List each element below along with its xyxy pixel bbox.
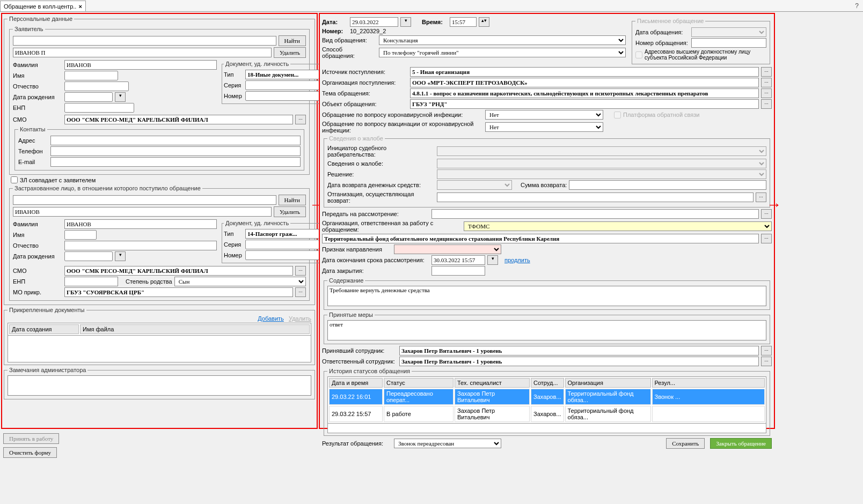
direction-select[interactable] [394, 244, 501, 254]
refund-org-input [437, 192, 754, 202]
doc-type-label: Тип [224, 71, 243, 78]
email-label: E-mail [18, 159, 48, 165]
tab-call-center[interactable]: Обращение в колл-центр.. × [0, 1, 86, 11]
i-dob-input[interactable] [64, 251, 113, 261]
method-select[interactable]: По телефону "горячей линии" [379, 48, 626, 57]
i-smo-lookup-button[interactable]: ... [295, 266, 306, 276]
relation-select[interactable]: Сын [174, 277, 306, 286]
date-dropdown-icon[interactable]: ▾ [400, 17, 411, 27]
doc-series-label: Серия [224, 82, 243, 88]
addressed-label: Адресовано высшему должностному лицу суб… [645, 49, 766, 61]
calendar-icon[interactable]: ▾ [115, 92, 126, 102]
i-smo-input[interactable] [64, 266, 293, 276]
close-date-input[interactable] [432, 266, 485, 276]
table-cell: Захаров Петр Витальевич [455, 389, 530, 405]
patronymic-input[interactable] [64, 81, 129, 91]
delete-button[interactable]: Удалить [274, 47, 306, 58]
i-enp-label: ЕНП [13, 278, 62, 285]
i-calendar-icon[interactable]: ▾ [115, 251, 126, 261]
source-input[interactable] [410, 67, 759, 77]
time-input[interactable] [450, 17, 477, 27]
save-button[interactable]: Сохранить [666, 438, 705, 449]
platform-checkbox [614, 112, 621, 118]
i-doc-number-input[interactable] [245, 250, 328, 260]
deadline-dropdown-icon[interactable]: ▾ [487, 255, 498, 265]
i-doc-type-input[interactable] [245, 229, 328, 239]
email-input[interactable] [50, 157, 301, 167]
i-patronymic-input[interactable] [64, 241, 217, 250]
source-lookup-button[interactable]: ... [761, 67, 772, 77]
mo-lookup-button[interactable]: ... [295, 287, 306, 297]
smo-lookup-button[interactable]: ... [295, 115, 306, 124]
right-panel: → Дата: ▾ Время: ▴▾ Номер:10_220329_2 Ви… [319, 13, 775, 429]
smo-input[interactable] [64, 115, 293, 124]
deadline-input[interactable] [432, 255, 485, 265]
insured-search-input[interactable] [13, 195, 276, 205]
org-in-label: Организация поступления: [322, 79, 408, 86]
name-label: Имя [13, 72, 62, 79]
table-row[interactable]: 29.03.22 15:57В работеЗахаров Петр Витал… [329, 406, 765, 422]
find-button[interactable]: Найти [279, 35, 306, 46]
i-surname-input[interactable] [64, 219, 217, 229]
topic-lookup-button[interactable]: ... [761, 88, 772, 98]
time-stepper-icon[interactable]: ▴▾ [479, 17, 489, 27]
forward-input[interactable] [432, 209, 759, 219]
doc-series-input[interactable] [245, 80, 328, 90]
close-case-button[interactable]: Закрыть обращение [710, 438, 772, 449]
zl-match-checkbox[interactable] [11, 176, 18, 183]
received-by-lookup-button[interactable]: ... [761, 346, 772, 355]
territory-input[interactable] [322, 234, 759, 243]
enp-input[interactable] [64, 103, 134, 113]
surname-input[interactable] [64, 60, 217, 70]
address-input[interactable] [50, 136, 301, 145]
dob-input[interactable] [64, 92, 113, 102]
mo-label: МО прикр. [13, 289, 62, 295]
name-input[interactable] [64, 71, 118, 80]
topic-input[interactable] [410, 88, 759, 98]
extend-link[interactable]: продлить [504, 257, 530, 263]
insured-delete-button[interactable]: Удалить [274, 206, 306, 217]
i-name-input[interactable] [64, 230, 97, 240]
object-input[interactable] [410, 99, 759, 109]
hist-col-dt: Дата и время [329, 378, 383, 388]
i-enp-input[interactable] [64, 277, 118, 286]
personal-data-fieldset: Персональные данные Заявитель Найти Удал… [4, 16, 315, 305]
help-icon[interactable]: ? [855, 2, 859, 10]
topic-label: Тема обращения: [322, 90, 408, 97]
territory-lookup-button[interactable]: ... [761, 234, 772, 243]
object-lookup-button[interactable]: ... [761, 99, 772, 109]
complaint-legend: Сведения о жалобе [327, 135, 385, 142]
history-table[interactable]: Дата и время Статус Тех. специалист Сотр… [327, 376, 766, 424]
doc-type-input[interactable] [245, 70, 328, 79]
result-select[interactable]: Звонок переадресован [394, 439, 501, 448]
mo-input[interactable] [64, 287, 293, 297]
responsible-lookup-button[interactable]: ... [761, 357, 772, 366]
phone-input[interactable] [50, 146, 301, 156]
org-in-input[interactable] [410, 78, 759, 87]
add-link[interactable]: Добавить [258, 315, 284, 322]
contacts-fieldset: Контакты Адрес Телефон E-mail [14, 126, 304, 171]
admin-notes-textarea[interactable] [8, 375, 311, 396]
resp-org-select[interactable]: ТФОМС [464, 221, 772, 231]
time-label: Время: [422, 19, 448, 25]
vacc-select[interactable]: Нет [485, 122, 603, 132]
doc-number-input[interactable] [245, 91, 328, 101]
close-icon[interactable]: × [78, 3, 82, 10]
decision-label: Решение: [327, 171, 435, 177]
responsible-input[interactable] [399, 357, 759, 366]
clear-form-button[interactable]: Очистить форму [3, 447, 57, 458]
covid-select[interactable]: Нет [485, 110, 603, 120]
deadline-label: Дата окончания срока рассмотрения: [322, 257, 429, 263]
content-textarea[interactable]: Требование вернуть денежные средства [327, 286, 766, 306]
refund-sum-label: Сумма возврата: [521, 182, 567, 188]
org-in-lookup-button[interactable]: ... [761, 78, 772, 87]
i-doc-series-input[interactable] [245, 240, 328, 249]
insured-find-button[interactable]: Найти [279, 195, 306, 205]
applicant-search-input[interactable] [13, 36, 276, 46]
insured-fieldset: Застрахованное лицо, в отношении которог… [9, 185, 310, 301]
date-input[interactable] [350, 17, 398, 27]
decision-select [437, 169, 766, 179]
table-row[interactable]: 29.03.22 16:01Переадресовано операт...За… [329, 389, 765, 405]
kind-select[interactable]: Консультация [379, 35, 626, 45]
measures-textarea[interactable]: ответ [327, 320, 766, 340]
